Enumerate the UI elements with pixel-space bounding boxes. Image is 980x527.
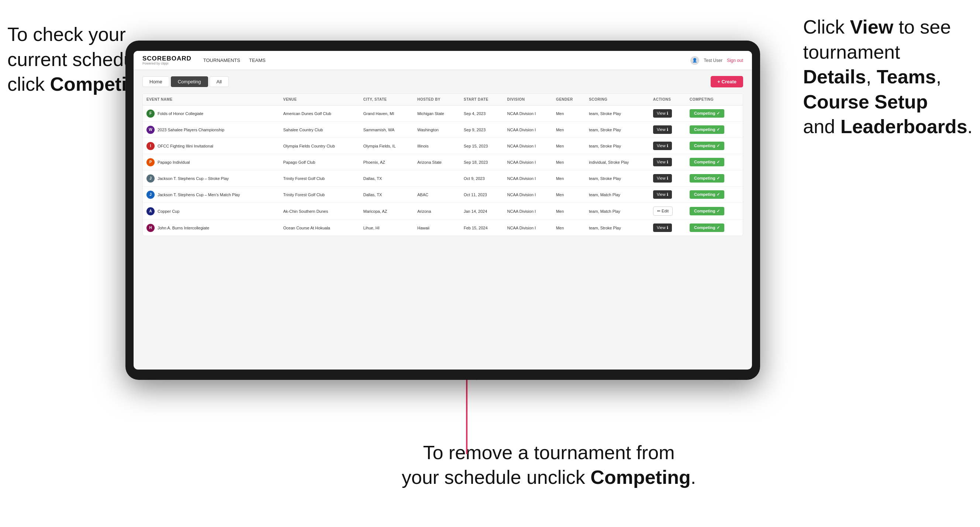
competing-button[interactable]: Competing ✓ bbox=[690, 207, 724, 215]
city-state-cell: Sammamish, WA bbox=[360, 122, 413, 138]
competing-cell: Competing ✓ bbox=[686, 220, 743, 236]
competing-cell: Competing ✓ bbox=[686, 105, 743, 122]
nav-teams[interactable]: TEAMS bbox=[249, 56, 266, 65]
table-row: W 2023 Sahalee Players Championship Saha… bbox=[143, 122, 743, 138]
actions-cell: View ℹ bbox=[649, 154, 686, 170]
division-cell: NCAA Division I bbox=[504, 138, 552, 154]
edit-button[interactable]: ✏ Edit bbox=[653, 206, 673, 216]
actions-cell: View ℹ bbox=[649, 105, 686, 122]
sign-out-link[interactable]: Sign out bbox=[727, 58, 743, 63]
competing-cell: Competing ✓ bbox=[686, 154, 743, 170]
city-state-cell: Dallas, TX bbox=[360, 170, 413, 187]
competing-button[interactable]: Competing ✓ bbox=[690, 174, 724, 183]
team-logo: H bbox=[146, 224, 154, 232]
division-cell: NCAA Division I bbox=[504, 220, 552, 236]
venue-cell: Trinity Forest Golf Club bbox=[280, 170, 360, 187]
start-date-cell: Feb 15, 2024 bbox=[460, 220, 504, 236]
nav-links: TOURNAMENTS TEAMS bbox=[203, 56, 690, 65]
view-button[interactable]: View ℹ bbox=[653, 109, 672, 117]
table-row: J Jackson T. Stephens Cup – Stroke Play … bbox=[143, 170, 743, 187]
hosted-by-cell: Illinois bbox=[414, 138, 460, 154]
table-row: A Copper Cup Ak-Chin Southern DunesMaric… bbox=[143, 203, 743, 220]
venue-cell: Trinity Forest Golf Club bbox=[280, 187, 360, 203]
col-division: DIVISION bbox=[504, 94, 552, 105]
table-row: I OFCC Fighting Illini Invitational Olym… bbox=[143, 138, 743, 154]
hosted-by-cell: Michigan State bbox=[414, 105, 460, 122]
venue-cell: Sahalee Country Club bbox=[280, 122, 360, 138]
event-name: OFCC Fighting Illini Invitational bbox=[158, 144, 213, 148]
view-button[interactable]: View ℹ bbox=[653, 158, 672, 166]
venue-cell: American Dunes Golf Club bbox=[280, 105, 360, 122]
event-name: Papago Individual bbox=[158, 160, 190, 165]
team-logo: F bbox=[146, 110, 154, 117]
hosted-by-cell bbox=[414, 170, 460, 187]
gender-cell: Men bbox=[552, 187, 585, 203]
division-cell: NCAA Division I bbox=[504, 122, 552, 138]
nav-tournaments[interactable]: TOURNAMENTS bbox=[203, 56, 240, 65]
view-button[interactable]: View ℹ bbox=[653, 174, 672, 183]
actions-cell: View ℹ bbox=[649, 122, 686, 138]
scoring-cell: team, Stroke Play bbox=[585, 220, 649, 236]
gender-cell: Men bbox=[552, 138, 585, 154]
competing-cell: Competing ✓ bbox=[686, 138, 743, 154]
team-logo: W bbox=[146, 126, 154, 134]
table-header-row: EVENT NAME VENUE CITY, STATE HOSTED BY S… bbox=[143, 94, 743, 105]
gender-cell: Men bbox=[552, 154, 585, 170]
scoring-cell: team, Stroke Play bbox=[585, 138, 649, 154]
tab-home[interactable]: Home bbox=[142, 76, 169, 87]
brand: SCOREBOARD Powered by clippi bbox=[142, 55, 191, 66]
tournaments-table: EVENT NAME VENUE CITY, STATE HOSTED BY S… bbox=[142, 93, 743, 236]
col-competing: COMPETING bbox=[686, 94, 743, 105]
tab-all[interactable]: All bbox=[210, 76, 229, 87]
actions-cell: View ℹ bbox=[649, 187, 686, 203]
start-date-cell: Oct 9, 2023 bbox=[460, 170, 504, 187]
event-name: John A. Burns Intercollegiate bbox=[158, 226, 209, 230]
filter-tabs: Home Competing All bbox=[142, 76, 229, 87]
hosted-by-cell: Hawaii bbox=[414, 220, 460, 236]
division-cell: NCAA Division I bbox=[504, 154, 552, 170]
event-name: Copper Cup bbox=[158, 209, 179, 214]
view-button[interactable]: View ℹ bbox=[653, 141, 672, 150]
city-state-cell: Grand Haven, MI bbox=[360, 105, 413, 122]
event-name: Jackson T. Stephens Cup – Men's Match Pl… bbox=[158, 192, 240, 197]
competing-button[interactable]: Competing ✓ bbox=[690, 224, 724, 232]
city-state-cell: Olympia Fields, IL bbox=[360, 138, 413, 154]
col-scoring: SCORING bbox=[585, 94, 649, 105]
venue-cell: Olympia Fields Country Club bbox=[280, 138, 360, 154]
competing-button[interactable]: Competing ✓ bbox=[690, 158, 724, 166]
view-button[interactable]: View ℹ bbox=[653, 224, 672, 232]
venue-cell: Ak-Chin Southern Dunes bbox=[280, 203, 360, 220]
gender-cell: Men bbox=[552, 203, 585, 220]
competing-cell: Competing ✓ bbox=[686, 203, 743, 220]
team-logo: P bbox=[146, 158, 154, 166]
hosted-by-cell: Washington bbox=[414, 122, 460, 138]
competing-cell: Competing ✓ bbox=[686, 122, 743, 138]
col-start-date: START DATE bbox=[460, 94, 504, 105]
col-city-state: CITY, STATE bbox=[360, 94, 413, 105]
hosted-by-cell: Arizona State bbox=[414, 154, 460, 170]
team-logo: A bbox=[146, 207, 154, 215]
competing-button[interactable]: Competing ✓ bbox=[690, 190, 724, 199]
scoring-cell: team, Stroke Play bbox=[585, 122, 649, 138]
view-button[interactable]: View ℹ bbox=[653, 190, 672, 199]
gender-cell: Men bbox=[552, 122, 585, 138]
annotation-top-right: Click View to see tournament Details, Te… bbox=[803, 15, 973, 140]
tablet-screen: SCOREBOARD Powered by clippi TOURNAMENTS… bbox=[134, 51, 752, 370]
brand-sub: Powered by clippi bbox=[142, 62, 191, 66]
competing-button[interactable]: Competing ✓ bbox=[690, 125, 724, 134]
actions-cell: View ℹ bbox=[649, 170, 686, 187]
scoring-cell: team, Stroke Play bbox=[585, 170, 649, 187]
actions-cell: ✏ Edit bbox=[649, 203, 686, 220]
col-venue: VENUE bbox=[280, 94, 360, 105]
filter-bar: Home Competing All + Create bbox=[142, 76, 743, 87]
start-date-cell: Sep 18, 2023 bbox=[460, 154, 504, 170]
competing-button[interactable]: Competing ✓ bbox=[690, 141, 724, 150]
city-state-cell: Dallas, TX bbox=[360, 187, 413, 203]
create-button[interactable]: + Create bbox=[711, 76, 743, 87]
tab-competing[interactable]: Competing bbox=[171, 76, 208, 87]
view-button[interactable]: View ℹ bbox=[653, 125, 672, 134]
navbar: SCOREBOARD Powered by clippi TOURNAMENTS… bbox=[134, 51, 752, 70]
user-label: Test User bbox=[704, 58, 722, 63]
division-cell: NCAA Division I bbox=[504, 187, 552, 203]
competing-button[interactable]: Competing ✓ bbox=[690, 109, 724, 117]
